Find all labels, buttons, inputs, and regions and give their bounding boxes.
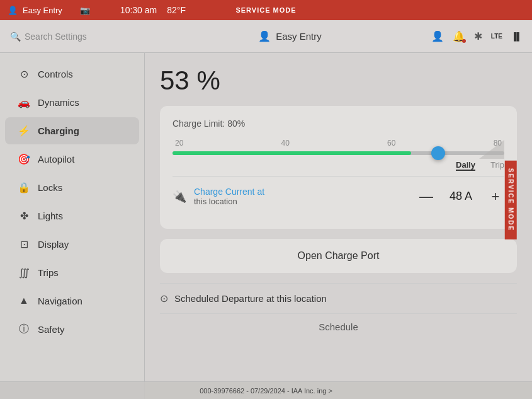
tab-daily[interactable]: Daily — [456, 160, 475, 171]
charge-current-subtitle: this location — [194, 197, 417, 206]
user-icon: 👤 — [8, 6, 18, 15]
sidebar-item-charging[interactable]: ⚡ Charging — [5, 117, 139, 144]
signal-bars: ▐▌ — [511, 32, 522, 41]
lights-icon: ✤ — [18, 210, 30, 222]
sidebar-item-navigation[interactable]: ▲ Navigation — [5, 287, 139, 314]
slider-track[interactable] — [173, 151, 504, 155]
bell-icon[interactable]: 🔔 — [453, 30, 465, 42]
sidebar-item-display[interactable]: ⊡ Display — [5, 231, 139, 258]
display-icon: ⊡ — [18, 238, 30, 250]
main-layout: ⊙ Controls 🚗 Dynamics ⚡ Charging 🎯 Autop… — [0, 53, 532, 399]
sidebar-item-safety-label: Safety — [38, 324, 65, 335]
sidebar-item-trips[interactable]: ∭ Trips — [5, 259, 139, 286]
lte-badge: LTE — [491, 33, 502, 40]
slider-thumb[interactable] — [431, 146, 445, 160]
safety-icon: ⓘ — [18, 323, 30, 336]
dynamics-icon: 🚗 — [18, 96, 30, 108]
status-bar: SERVICE MODE 👤 Easy Entry 📷 10:30 am 82°… — [0, 0, 532, 20]
battery-percentage: 53 % — [160, 66, 517, 96]
controls-icon: ⊙ — [18, 68, 30, 80]
camera-icon: 📷 — [80, 6, 90, 15]
bottom-bar: 000-39976662 - 07/29/2024 - IAA Inc. ing… — [0, 381, 532, 399]
sidebar: ⊙ Controls 🚗 Dynamics ⚡ Charging 🎯 Autop… — [0, 53, 145, 399]
locks-icon: 🔒 — [18, 182, 30, 194]
open-charge-port-button[interactable]: Open Charge Port — [160, 239, 517, 273]
schedule-button[interactable]: Schedule — [160, 313, 517, 340]
navigation-icon: ▲ — [18, 295, 30, 306]
notification-dot — [462, 39, 466, 43]
search-icon: 🔍 — [10, 32, 21, 42]
sidebar-item-navigation-label: Navigation — [38, 296, 82, 306]
slider-label-20: 20 — [175, 139, 183, 147]
slider-label-40: 40 — [281, 139, 290, 147]
schedule-clock-icon: ⊙ — [160, 292, 168, 304]
sidebar-item-lights[interactable]: ✤ Lights — [5, 202, 139, 229]
search-area[interactable]: 🔍 Search Settings — [10, 32, 149, 42]
sidebar-item-locks[interactable]: 🔒 Locks — [5, 174, 139, 201]
charge-limit-card: Charge Limit: 80% 20 40 60 80 Daily Trip — [160, 106, 517, 229]
sidebar-item-locks-label: Locks — [38, 182, 62, 193]
bottom-bar-text: 000-39976662 - 07/29/2024 - IAA Inc. ing… — [200, 387, 332, 395]
sidebar-item-controls[interactable]: ⊙ Controls — [5, 61, 139, 88]
sidebar-item-autopilot[interactable]: 🎯 Autopilot — [5, 146, 139, 173]
sidebar-item-trips-label: Trips — [38, 267, 59, 278]
service-mode-side-label: SERVICE MODE — [504, 160, 516, 239]
charge-current-row: 🔌 Charge Current at this location — 48 A… — [173, 176, 504, 216]
status-time: 10:30 am — [120, 5, 157, 15]
charge-current-value: 48 A — [445, 190, 477, 203]
content-area: 53 % Charge Limit: 80% 20 40 60 80 Daily — [145, 53, 532, 399]
easy-entry-status: Easy Entry — [23, 6, 62, 15]
search-placeholder: Search Settings — [25, 32, 87, 42]
trips-icon: ∭ — [18, 267, 30, 279]
sidebar-item-dynamics[interactable]: 🚗 Dynamics — [5, 89, 139, 116]
sidebar-item-dynamics-label: Dynamics — [38, 97, 79, 108]
charge-slider-container: 20 40 60 80 — [173, 139, 504, 155]
charge-current-text: Charge Current at this location — [194, 187, 417, 206]
charge-current-controls: — 48 A + — [417, 188, 504, 205]
profile-icon: 👤 — [431, 30, 444, 42]
charging-icon: ⚡ — [18, 125, 30, 137]
top-nav: 🔍 Search Settings 👤 Easy Entry 👤 🔔 ✱ LTE… — [0, 20, 532, 53]
sidebar-item-safety[interactable]: ⓘ Safety — [5, 315, 139, 344]
bluetooth-icon[interactable]: ✱ — [474, 30, 482, 42]
sidebar-item-lights-label: Lights — [38, 211, 63, 221]
sidebar-item-charging-label: Charging — [38, 125, 79, 136]
nav-user-icon: 👤 — [258, 30, 271, 42]
slider-labels: 20 40 60 80 — [173, 139, 504, 147]
charge-limit-label: Charge Limit: 80% — [173, 119, 504, 129]
slider-fill — [173, 151, 411, 155]
tab-trip[interactable]: Trip — [490, 160, 504, 171]
slider-triangle — [479, 140, 504, 159]
charge-current-title: Charge Current at — [194, 187, 417, 197]
top-nav-right: 👤 🔔 ✱ LTE ▐▌ — [431, 30, 522, 42]
sidebar-item-display-label: Display — [38, 239, 69, 250]
status-temp: 82°F — [167, 5, 186, 15]
scheduled-departure-row: ⊙ Scheduled Departure at this location — [160, 283, 517, 313]
nav-easy-entry-label: Easy Entry — [276, 31, 322, 42]
top-nav-center: 👤 Easy Entry — [149, 30, 431, 42]
increment-button[interactable]: + — [487, 188, 504, 205]
status-bar-left: 👤 Easy Entry 📷 10:30 am 82°F — [8, 5, 186, 15]
daily-trip-tabs: Daily Trip — [173, 160, 504, 171]
sidebar-item-controls-label: Controls — [38, 69, 73, 79]
service-mode-label: SERVICE MODE — [235, 6, 296, 14]
slider-label-60: 60 — [387, 139, 395, 147]
charge-plug-icon: 🔌 — [173, 190, 186, 204]
scheduled-departure-text: Scheduled Departure at this location — [174, 293, 327, 304]
autopilot-icon: 🎯 — [18, 153, 30, 165]
sidebar-item-autopilot-label: Autopilot — [38, 154, 74, 165]
decrement-button[interactable]: — — [417, 188, 435, 205]
